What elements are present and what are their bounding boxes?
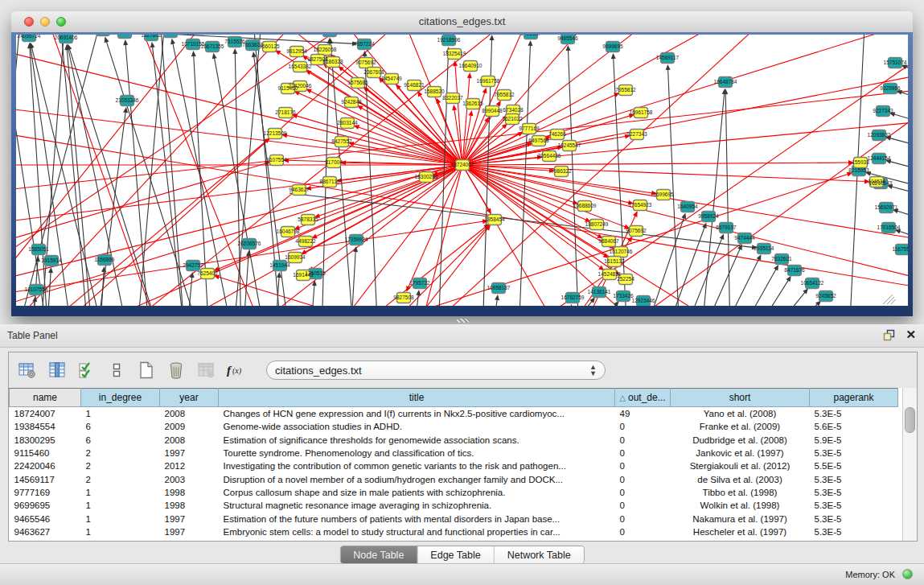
graph-node-label: 746266 — [548, 131, 566, 137]
table-selector-dropdown[interactable]: citations_edges.txt ▲▼ — [266, 360, 606, 380]
graph-node[interactable] — [164, 35, 178, 38]
window-title: citations_edges.txt — [11, 15, 913, 27]
tab-edge-table[interactable]: Edge Table — [417, 546, 494, 563]
network-canvas[interactable]: 2405572420691406911546010653527152760284… — [16, 35, 908, 306]
edge-arrowhead — [277, 272, 281, 278]
graph-edge[interactable] — [682, 237, 723, 306]
graph-node-label: 9699695 — [602, 43, 623, 49]
graph-edge[interactable] — [16, 129, 908, 290]
graph-edge[interactable] — [701, 92, 725, 306]
graph-edge[interactable] — [317, 165, 462, 216]
table-cell: 5.3E-5 — [810, 512, 898, 525]
graph-edge[interactable] — [611, 105, 908, 306]
graph-edge[interactable] — [890, 186, 908, 198]
table-row[interactable]: 977716911998Corpus callosum shape and si… — [10, 486, 898, 499]
column-header-name[interactable]: name — [10, 389, 81, 407]
function-builder-icon[interactable]: f(x) — [225, 360, 246, 381]
table-row[interactable]: 1456911722003Disruption of a novel membe… — [10, 472, 898, 485]
edge-arrowhead — [487, 208, 491, 215]
graph-node-label: 7986322 — [551, 168, 572, 174]
graph-edge[interactable] — [462, 165, 908, 282]
graph-edge[interactable] — [16, 105, 462, 165]
table-cell: 1 — [81, 512, 160, 525]
graph-node[interactable] — [323, 35, 337, 37]
column-header-short[interactable]: short — [671, 389, 810, 407]
graph-node-label: 9463627 — [520, 35, 541, 36]
graph-node[interactable] — [97, 35, 110, 36]
graph-edge[interactable] — [462, 72, 908, 165]
graph-edge[interactable] — [157, 35, 185, 306]
column-header-pagerank[interactable]: pagerank — [810, 389, 898, 407]
graph-edge[interactable] — [67, 47, 92, 306]
table-cell: 18300295 — [10, 434, 81, 447]
graph-edge[interactable] — [737, 267, 777, 306]
graph-edge[interactable] — [16, 35, 24, 306]
graph-edge[interactable] — [308, 72, 462, 165]
graph-edge[interactable] — [889, 161, 908, 173]
graph-node-label: 8454749 — [381, 76, 402, 81]
new-document-icon[interactable] — [136, 360, 157, 381]
close-panel-icon[interactable]: ✕ — [906, 328, 916, 341]
table-row[interactable]: 911546021997Tourette syndrome. Phenomeno… — [10, 447, 898, 459]
table-settings-icon[interactable] — [17, 360, 38, 381]
table-row[interactable]: 2242004622012Investigating the contribut… — [10, 459, 898, 472]
graph-edge[interactable] — [643, 216, 684, 306]
table-cell: 0 — [615, 459, 671, 472]
table-row[interactable]: 946362711997Embryonic stem cells: a mode… — [10, 525, 898, 538]
table-cell: 5.3E-5 — [810, 407, 898, 421]
tab-node-table[interactable]: Node Table — [340, 546, 417, 563]
table-row[interactable]: 1830029562008Estimation of significance … — [10, 434, 898, 447]
float-panel-icon[interactable] — [883, 329, 896, 341]
scrollbar-thumb[interactable] — [905, 407, 915, 433]
graph-edge[interactable] — [351, 249, 355, 306]
table-row[interactable]: 946554611997Estimation of the future num… — [10, 512, 898, 525]
graph-edge[interactable] — [462, 163, 851, 165]
show-column-icon[interactable] — [47, 360, 68, 381]
graph-edge[interactable] — [889, 138, 908, 150]
edge-arrowhead — [48, 267, 53, 273]
tab-network-table[interactable]: Network Table — [495, 546, 584, 563]
edge-arrowhead — [490, 35, 495, 40]
panel-splitter-handle[interactable] — [457, 319, 470, 323]
graph-node-label: 9474444 — [734, 235, 755, 241]
graph-edge[interactable] — [314, 165, 462, 237]
column-header-in-degree[interactable]: in_degree — [81, 389, 160, 407]
column-header-year[interactable]: year — [160, 389, 219, 407]
memory-status-label: Memory: OK — [845, 570, 895, 579]
node-table-grid[interactable]: namein_degreeyeartitle△out_de...shortpag… — [9, 388, 903, 541]
table-cell: 2 — [81, 447, 160, 459]
delete-trash-icon[interactable] — [166, 360, 187, 381]
resize-grip-icon[interactable] — [887, 297, 894, 304]
graph-edge[interactable] — [31, 46, 105, 306]
table-cell: 5.9E-5 — [810, 434, 898, 447]
window-titlebar[interactable]: citations_edges.txt — [11, 11, 913, 33]
graph-edge[interactable] — [725, 92, 730, 306]
table-cell: 5.6E-5 — [810, 420, 898, 433]
column-header-title[interactable]: title — [219, 389, 615, 407]
column-header-out-de-[interactable]: △out_de... — [615, 389, 671, 407]
graph-node-label: 9465546 — [557, 35, 578, 41]
table-cell: 5.5E-5 — [810, 459, 898, 472]
graph-edge[interactable] — [16, 35, 113, 306]
graph-node-label: 8186328 — [322, 59, 343, 64]
edge-arrowhead — [123, 39, 128, 45]
graph-node-label: 9227343 — [873, 108, 893, 113]
graph-edge[interactable] — [243, 253, 248, 306]
graph-edge[interactable] — [462, 35, 804, 165]
resize-grip-icon[interactable] — [891, 299, 896, 304]
row-height-icon[interactable] — [106, 360, 127, 381]
resize-grip-icon[interactable] — [883, 295, 893, 304]
graph-node-label: 16046798 — [277, 229, 300, 234]
graph-edge[interactable] — [310, 283, 314, 306]
table-vertical-scrollbar[interactable] — [902, 388, 917, 541]
graph-edge[interactable] — [587, 303, 617, 306]
graph-edge[interactable] — [69, 47, 161, 306]
table-row[interactable]: 969969511998Structural magnetic resonanc… — [10, 499, 898, 512]
table-row[interactable]: 1872400712008Changes of HCN gene express… — [10, 407, 898, 421]
graph-edge[interactable] — [137, 35, 169, 306]
node-table: namein_degreeyeartitle△out_de...shortpag… — [9, 388, 898, 538]
table-panel-titlebar: Table Panel ✕ — [0, 324, 924, 348]
table-row[interactable]: 1938455462009Genome-wide association stu… — [10, 420, 898, 433]
select-all-checks-icon[interactable] — [76, 360, 97, 381]
graph-edge[interactable] — [782, 303, 819, 306]
